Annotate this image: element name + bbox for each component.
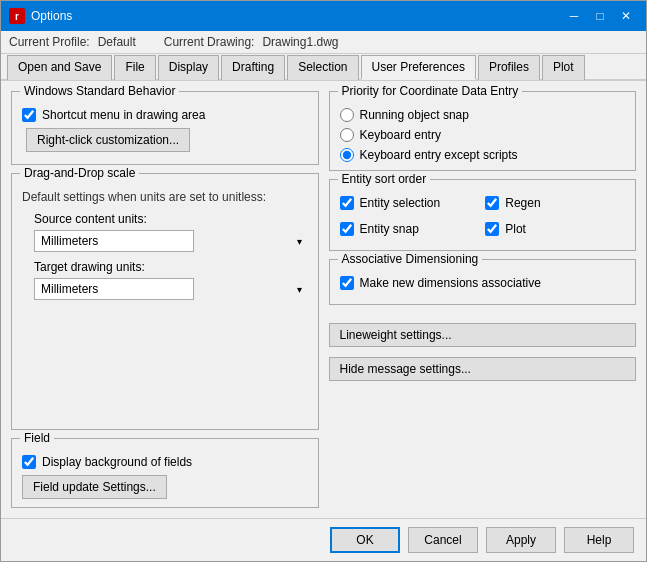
tab-plot[interactable]: Plot <box>542 55 585 80</box>
drag-drop-sub-content: Source content units: Millimeters Inches… <box>22 212 308 300</box>
close-button[interactable]: ✕ <box>614 6 638 26</box>
display-bg-row: Display background of fields <box>22 455 308 469</box>
priority-radio-2[interactable] <box>340 148 354 162</box>
priority-radio-1[interactable] <box>340 128 354 142</box>
make-dimensions-row: Make new dimensions associative <box>340 276 626 290</box>
tabs-bar: Open and Save File Display Drafting Sele… <box>1 54 646 81</box>
windows-behavior-group: Windows Standard Behavior Shortcut menu … <box>11 91 319 165</box>
source-units-select[interactable]: Millimeters Inches Feet Centimeters <box>34 230 194 252</box>
hide-message-settings-button[interactable]: Hide message settings... <box>329 357 637 381</box>
maximize-button[interactable]: □ <box>588 6 612 26</box>
entity-snap-row: Entity snap <box>340 222 480 236</box>
entity-sort-title: Entity sort order <box>338 172 431 186</box>
regen-label: Regen <box>505 196 540 210</box>
associative-content: Make new dimensions associative <box>340 276 626 290</box>
current-drawing-label: Current Drawing: <box>164 35 255 49</box>
tab-selection[interactable]: Selection <box>287 55 358 80</box>
entity-selection-label: Entity selection <box>360 196 441 210</box>
title-bar: r Options ─ □ ✕ <box>1 1 646 31</box>
cancel-button[interactable]: Cancel <box>408 527 478 553</box>
right-column: Priority for Coordinate Data Entry Runni… <box>329 91 637 508</box>
priority-label-0: Running object snap <box>360 108 469 122</box>
regen-checkbox[interactable] <box>485 196 499 210</box>
options-window: r Options ─ □ ✕ Current Profile: Default… <box>0 0 647 562</box>
entity-snap-label: Entity snap <box>360 222 419 236</box>
priority-title: Priority for Coordinate Data Entry <box>338 84 523 98</box>
right-click-customization-button[interactable]: Right-click customization... <box>26 128 190 152</box>
field-update-settings-button[interactable]: Field update Settings... <box>22 475 167 499</box>
entity-sort-group: Entity sort order Entity selection Regen… <box>329 179 637 251</box>
plot-label: Plot <box>505 222 526 236</box>
entity-selection-checkbox[interactable] <box>340 196 354 210</box>
minimize-button[interactable]: ─ <box>562 6 586 26</box>
left-column: Windows Standard Behavior Shortcut menu … <box>11 91 319 508</box>
priority-radio-0[interactable] <box>340 108 354 122</box>
main-content: Windows Standard Behavior Shortcut menu … <box>1 81 646 518</box>
profile-bar: Current Profile: Default Current Drawing… <box>1 31 646 54</box>
priority-group: Priority for Coordinate Data Entry Runni… <box>329 91 637 171</box>
lineweight-settings-button[interactable]: Lineweight settings... <box>329 323 637 347</box>
tab-file[interactable]: File <box>114 55 155 80</box>
priority-label-2: Keyboard entry except scripts <box>360 148 518 162</box>
title-bar-left: r Options <box>9 8 72 24</box>
shortcut-menu-label: Shortcut menu in drawing area <box>42 108 205 122</box>
entity-selection-row: Entity selection <box>340 196 480 210</box>
drag-drop-subtitle: Default settings when units are set to u… <box>22 190 308 204</box>
tab-user-preferences[interactable]: User Preferences <box>361 55 476 80</box>
priority-option-0: Running object snap <box>340 108 626 122</box>
apply-button[interactable]: Apply <box>486 527 556 553</box>
priority-option-1: Keyboard entry <box>340 128 626 142</box>
display-bg-label: Display background of fields <box>42 455 192 469</box>
windows-behavior-title: Windows Standard Behavior <box>20 84 179 98</box>
current-profile-value: Default <box>98 35 136 49</box>
help-button[interactable]: Help <box>564 527 634 553</box>
tab-display[interactable]: Display <box>158 55 219 80</box>
windows-behavior-content: Shortcut menu in drawing area Right-clic… <box>22 108 308 156</box>
footer: OK Cancel Apply Help <box>1 518 646 561</box>
source-units-wrapper: Millimeters Inches Feet Centimeters ▾ <box>34 230 308 252</box>
source-units-label: Source content units: <box>34 212 308 226</box>
title-bar-buttons: ─ □ ✕ <box>562 6 638 26</box>
drag-drop-title: Drag-and-Drop scale <box>20 166 139 180</box>
source-units-arrow-icon: ▾ <box>297 236 302 247</box>
plot-row: Plot <box>485 222 625 236</box>
tab-profiles[interactable]: Profiles <box>478 55 540 80</box>
make-dimensions-checkbox[interactable] <box>340 276 354 290</box>
shortcut-menu-row: Shortcut menu in drawing area <box>22 108 308 122</box>
settings-buttons: Lineweight settings... Hide message sett… <box>329 317 637 381</box>
associative-title: Associative Dimensioning <box>338 252 483 266</box>
tab-open-and-save[interactable]: Open and Save <box>7 55 112 80</box>
priority-radio-group: Running object snap Keyboard entry Keybo… <box>340 108 626 162</box>
make-dimensions-label: Make new dimensions associative <box>360 276 541 290</box>
window-title: Options <box>31 9 72 23</box>
current-drawing-value: Drawing1.dwg <box>262 35 338 49</box>
plot-checkbox[interactable] <box>485 222 499 236</box>
entity-sort-grid: Entity selection Regen Entity snap Plot <box>340 196 626 242</box>
entity-snap-checkbox[interactable] <box>340 222 354 236</box>
drag-drop-content: Default settings when units are set to u… <box>22 190 308 300</box>
target-units-arrow-icon: ▾ <box>297 284 302 295</box>
display-bg-checkbox[interactable] <box>22 455 36 469</box>
ok-button[interactable]: OK <box>330 527 400 553</box>
priority-option-2: Keyboard entry except scripts <box>340 148 626 162</box>
priority-label-1: Keyboard entry <box>360 128 441 142</box>
target-units-label: Target drawing units: <box>34 260 308 274</box>
tab-drafting[interactable]: Drafting <box>221 55 285 80</box>
shortcut-menu-checkbox[interactable] <box>22 108 36 122</box>
app-icon: r <box>9 8 25 24</box>
field-group: Field Display background of fields Field… <box>11 438 319 508</box>
field-title: Field <box>20 431 54 445</box>
associative-group: Associative Dimensioning Make new dimens… <box>329 259 637 305</box>
current-profile-label: Current Profile: <box>9 35 90 49</box>
target-units-wrapper: Millimeters Inches Feet Centimeters ▾ <box>34 278 308 300</box>
field-content: Display background of fields Field updat… <box>22 455 308 499</box>
regen-row: Regen <box>485 196 625 210</box>
drag-drop-group: Drag-and-Drop scale Default settings whe… <box>11 173 319 430</box>
target-units-select[interactable]: Millimeters Inches Feet Centimeters <box>34 278 194 300</box>
